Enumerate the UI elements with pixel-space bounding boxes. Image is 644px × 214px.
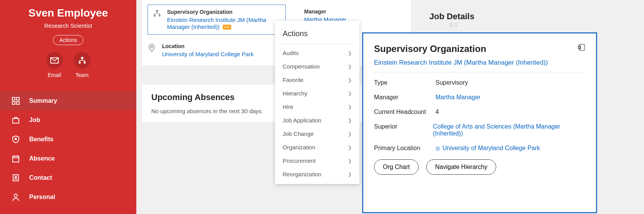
nav-label: Personal — [29, 194, 55, 201]
profile-title: Research Scientist — [0, 22, 136, 29]
sup-org-link[interactable]: Einstein Research Institute JM (Martha M… — [167, 17, 266, 30]
actions-menu: Actions Audits❯ Compensation❯ Favorite❯ … — [275, 21, 359, 184]
supervisory-org-field[interactable]: Supervisory Organization Einstein Resear… — [147, 5, 286, 35]
primloc-value-link[interactable]: ◎University of Maryland College Park — [435, 145, 540, 152]
action-item-reorganization[interactable]: Reorganization❯ — [275, 167, 359, 181]
svg-rect-4 — [12, 97, 15, 100]
chevron-right-icon: ❯ — [348, 172, 352, 177]
superior-value-link[interactable]: College of Arts and Sciences (Martha Man… — [433, 123, 585, 137]
superior-key: Superior — [374, 123, 433, 137]
sup-org-label: Supervisory Organization — [167, 9, 280, 15]
svg-rect-10 — [13, 156, 19, 162]
actions-button[interactable]: Actions — [53, 35, 84, 45]
nav-label: Job — [29, 117, 40, 124]
sidebar-item-contact[interactable]: Contact — [0, 168, 136, 187]
sidebar-nav: Summary Job Benefits Absence Contact Per… — [0, 91, 136, 207]
team-icon — [74, 52, 91, 69]
detail-org-link[interactable]: Einstein Research Institute JM (Martha M… — [374, 59, 585, 67]
action-item-job-change[interactable]: Job Change❯ — [275, 127, 359, 140]
action-item-compensation[interactable]: Compensation❯ — [275, 60, 359, 73]
location-pin-icon: ◎ — [435, 145, 440, 151]
action-item-hire[interactable]: Hire❯ — [275, 100, 359, 114]
related-actions-icon[interactable]: ••• — [223, 25, 231, 30]
type-value: Supervisory — [435, 79, 468, 86]
location-label: Location — [162, 43, 253, 49]
email-label: Email — [48, 72, 61, 78]
svg-point-17 — [151, 46, 153, 48]
location-link[interactable]: University of Maryland College Park — [162, 51, 253, 57]
chevron-right-icon: ❯ — [348, 50, 352, 56]
profile-name: Sven Employee — [0, 7, 136, 19]
chevron-right-icon: ❯ — [348, 131, 352, 137]
nav-label: Contact — [29, 174, 52, 181]
email-icon — [46, 52, 63, 69]
manager-value-link[interactable]: Martha Manager — [435, 94, 480, 101]
svg-point-13 — [14, 194, 17, 197]
type-key: Type — [374, 79, 435, 86]
profile-sidebar: Sven Employee Research Scientist Actions… — [0, 0, 136, 214]
svg-rect-1 — [81, 57, 83, 59]
action-item-job-application[interactable]: Job Application❯ — [275, 114, 359, 127]
actions-menu-title: Actions — [275, 21, 359, 43]
svg-point-12 — [15, 176, 17, 178]
chevron-right-icon: ❯ — [348, 145, 352, 150]
detail-title: Supervisory Organization — [374, 43, 486, 54]
chevron-right-icon: ❯ — [348, 91, 352, 96]
job-details-heading: Job Details — [429, 12, 474, 22]
location-pin-icon — [148, 43, 157, 58]
primloc-key: Primary Location — [374, 145, 435, 152]
manager-label: Manager — [304, 8, 346, 15]
nav-label: Summary — [29, 97, 57, 104]
action-item-organization[interactable]: Organization❯ — [275, 140, 359, 154]
team-label: Team — [75, 72, 88, 78]
sidebar-item-personal[interactable]: Personal — [0, 187, 136, 207]
headcount-value: 4 — [435, 109, 439, 115]
nav-label: Absence — [29, 155, 55, 162]
svg-rect-6 — [12, 102, 15, 104]
navigate-hierarchy-button[interactable]: Navigate Hierarchy — [426, 159, 496, 175]
sidebar-item-summary[interactable]: Summary — [0, 91, 136, 110]
svg-rect-2 — [79, 62, 81, 64]
drag-handle-icon[interactable]: ⠿⠿ — [449, 22, 459, 28]
email-button[interactable]: Email — [46, 52, 63, 78]
org-detail-panel: Supervisory Organization Einstein Resear… — [362, 32, 597, 213]
svg-point-9 — [15, 138, 17, 140]
headcount-key: Current Headcount — [374, 109, 435, 115]
chevron-right-icon: ❯ — [348, 118, 352, 123]
svg-rect-7 — [17, 102, 19, 104]
nav-label: Benefits — [29, 136, 53, 143]
svg-rect-15 — [154, 15, 156, 17]
svg-rect-5 — [17, 97, 19, 100]
action-item-procurement[interactable]: Procurement❯ — [275, 154, 359, 167]
action-item-hierarchy[interactable]: Hierarchy❯ — [275, 87, 359, 100]
chevron-right-icon: ❯ — [348, 64, 352, 69]
action-item-favorite[interactable]: Favorite❯ — [275, 73, 359, 87]
manager-key: Manager — [374, 94, 435, 101]
team-button[interactable]: Team — [74, 52, 91, 78]
org-chart-button[interactable]: Org Chart — [374, 159, 419, 175]
org-icon — [153, 9, 162, 30]
chevron-right-icon: ❯ — [348, 158, 352, 164]
action-item-audits[interactable]: Audits❯ — [275, 46, 359, 60]
briefcase-icon — [12, 116, 20, 124]
chevron-right-icon: ❯ — [348, 77, 352, 83]
chevron-right-icon: ❯ — [348, 104, 352, 110]
export-excel-icon[interactable] — [578, 43, 585, 51]
svg-rect-3 — [84, 62, 86, 64]
calendar-icon — [12, 154, 20, 163]
person-icon — [12, 193, 20, 201]
svg-rect-16 — [159, 15, 161, 17]
sidebar-item-benefits[interactable]: Benefits — [0, 130, 136, 149]
sidebar-item-job[interactable]: Job — [0, 110, 136, 130]
sidebar-item-absence[interactable]: Absence — [0, 149, 136, 168]
svg-rect-14 — [156, 10, 158, 12]
contact-icon — [12, 174, 20, 182]
shield-icon — [12, 135, 20, 144]
svg-rect-8 — [13, 119, 19, 123]
dashboard-icon — [12, 97, 20, 105]
